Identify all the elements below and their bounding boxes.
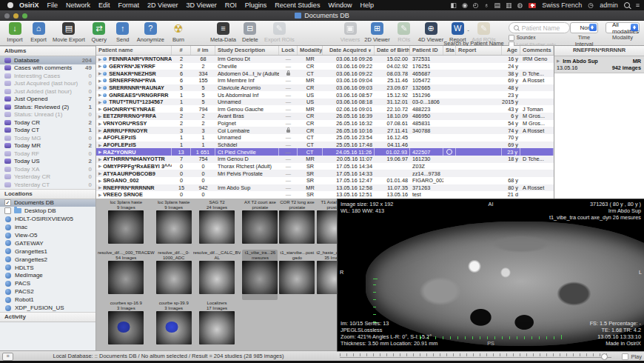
table-row[interactable]: ▶GHONRRY*EYNRAE8794Irm Genou Gauche—MR02…: [96, 105, 554, 113]
sidebar-album-just-acquired-last-hour[interactable]: Just Acquired (last hour)0: [0, 80, 95, 88]
series-thumbnail-loc-3plans-haste[interactable]: loc 3plans haste9 Images: [156, 199, 192, 250]
table-row[interactable]: ▶SRNERFRNH*RVA6155Irm Membre Inf—MR03.06…: [96, 77, 554, 84]
table-row[interactable]: ▶SRGANO_00200—SR17.05.16 12:4701.01.48FI…: [96, 177, 554, 184]
table-row[interactable]: ▶ARRRU*FRNOYR33Col LombaireCR26.05.16 10…: [96, 127, 554, 134]
column-header-age[interactable]: Age: [502, 46, 520, 55]
series-thumbnail-t1-vibe-tra-26-mesures[interactable]: t1_vibe_tra...26 mesures520 Images: [242, 250, 278, 300]
zoom-window-button[interactable]: [22, 13, 27, 19]
disclosure-triangle-icon[interactable]: ▶: [98, 179, 101, 183]
series-thumbnail-sag-t2[interactable]: SAG T224 Images: [193, 199, 241, 250]
thumbnail-image[interactable]: [199, 311, 235, 344]
sidebar-album-status-unread-1[interactable]: Status: Unread (1)0: [0, 111, 95, 119]
column-header-modality[interactable]: Modality: [298, 46, 323, 55]
sidebar-album-yesterday-cr[interactable]: Yesterday CR0: [0, 173, 95, 182]
disclosure-triangle-icon[interactable]: ▶: [98, 143, 101, 147]
column-header-date-acquired[interactable]: Date Acquired ∨: [323, 46, 375, 55]
patient-search-input[interactable]: Patient Name: [509, 22, 570, 33]
menu-item-network[interactable]: Network: [66, 1, 90, 9]
thumbnail-image[interactable]: [242, 261, 278, 294]
sidebar-album-just-opened[interactable]: Just Opened7: [0, 96, 95, 104]
sidebar-location-robot1[interactable]: Robot1: [0, 296, 95, 304]
toolbar-button-delete[interactable]: ⊟Delete: [241, 22, 260, 43]
disclosure-triangle-icon[interactable]: ▶: [98, 64, 101, 68]
clock-icon[interactable]: ◴: [473, 1, 479, 9]
disclosure-triangle-icon[interactable]: ▶: [98, 85, 101, 90]
thumbnail-image[interactable]: [156, 210, 192, 244]
minimize-window-button[interactable]: [13, 13, 19, 19]
series-thumbnail-resolve-dif-calc-bv-al[interactable]: resolve_dif..._CALC_BV AL18 Images: [193, 250, 241, 300]
table-row[interactable]: ▶TRUT*TRUT*123456715Unnamed—US03.06.16 0…: [96, 99, 554, 106]
sidebar-location-grangettes1[interactable]: Grangettes1: [0, 247, 95, 256]
toolbar-button-anonymize[interactable]: ?Anonymize: [137, 22, 164, 43]
table-row[interactable]: ▶SRERRNNR*RAUNAY55Clavicule Acromio—CR03…: [96, 84, 554, 92]
series-thumbnail-t2-haste-cor-mbh[interactable]: t2_haste_cor_mbh35 Images: [316, 250, 337, 300]
sidebar-location-grangettes2[interactable]: Grangettes2: [0, 256, 95, 264]
toolbar-button-export[interactable]: ⌂Export: [29, 22, 48, 43]
table-row[interactable]: ▶VREEO SRNOE00—SR13.05.16 12:5113.05.16t…: [96, 191, 554, 199]
study-panel-entry[interactable]: ▶Irm Abdo SupMR13.05.16942 images: [554, 56, 644, 73]
sidebar-album-database[interactable]: Database204: [0, 56, 95, 64]
sidebar-location-pacs2[interactable]: PACS2: [0, 287, 95, 296]
disclosure-triangle-icon[interactable]: ▶: [98, 100, 101, 104]
play-checkbox[interactable]: [622, 353, 628, 360]
menu-item-file[interactable]: File: [47, 1, 58, 9]
audio-icon[interactable]: ▤: [494, 1, 500, 9]
table-row[interactable]: ▶RNEFFRN*RRRNNR15942Irm Abdo Sup—MR13.05…: [96, 184, 554, 192]
column-header-patient-name[interactable]: Patient name: [96, 46, 172, 55]
table-row[interactable]: ▶SENAKR*NEZHSR6334Abdomen 04...t_iv (Adu…: [96, 70, 554, 77]
sidebar-album-cases-with-comments[interactable]: Cases with comments49: [0, 64, 95, 73]
table-row[interactable]: ▶OMtYPFPFg*RxAEBYl 3^^^00Thorax Rtchest …: [96, 163, 554, 170]
disclosure-triangle-icon[interactable]: ▶: [98, 185, 101, 190]
table-row[interactable]: ▶GNREAES*VRNGRFRR15Us Abdominal Inf—US03…: [96, 91, 554, 99]
sidebar-location-imac[interactable]: imac: [0, 223, 95, 231]
dicom-viewer[interactable]: Image size: 192 x 192 WL: 180 WW: 413 AI…: [337, 199, 644, 351]
disclosure-triangle-icon[interactable]: ▶: [98, 193, 101, 197]
window-title-bar[interactable]: Documents DB: [0, 10, 644, 21]
checkbox-icon[interactable]: [4, 207, 11, 214]
column-header-im[interactable]: # im: [191, 46, 215, 55]
toolbar-button-movie-export[interactable]: ▤Movie Export: [53, 22, 85, 43]
network-icon[interactable]: ♁: [484, 1, 489, 9]
menu-item-edit[interactable]: Edit: [98, 1, 110, 9]
sidebar-location-pacs[interactable]: PACS: [0, 279, 95, 287]
table-row[interactable]: ▶EETZRFRRNG*FRFA22Avant Bras—CR26.05.16 …: [96, 113, 554, 120]
sidebar-album-today-rf[interactable]: Today RF0: [0, 150, 95, 158]
disclosure-triangle-icon[interactable]: ▶: [557, 58, 560, 64]
keyboard-layout-label[interactable]: Swiss French: [542, 1, 582, 9]
menu-item-osirix[interactable]: OsiriX: [19, 1, 39, 9]
sidebar-album-today-cr[interactable]: Today CR2: [0, 119, 95, 127]
thumbnail-image[interactable]: [279, 261, 315, 294]
disclosure-triangle-icon[interactable]: ▶: [98, 128, 101, 133]
toolbar-button-query[interactable]: ⇄Query: [90, 22, 109, 43]
sidebar-toggle-button[interactable]: ≡: [2, 353, 13, 361]
series-thumbnail-cor-t2-long-axe-prostate[interactable]: COR T2 long axe prostate24 Images: [279, 199, 315, 250]
sidebar-album-today-ct[interactable]: Today CT1: [0, 127, 95, 135]
series-thumbnail-loc-3plans-haste[interactable]: loc 3plans haste9 Images: [98, 199, 155, 250]
thumbnail-image[interactable]: [199, 210, 235, 244]
column-header-comments[interactable]: Comments: [520, 46, 554, 55]
notification-center-icon[interactable]: ≡: [636, 1, 640, 9]
sidebar-album-yesterday-ct[interactable]: Yesterday CT0: [0, 181, 95, 189]
slider-thumb[interactable]: [601, 353, 608, 360]
table-row[interactable]: ▶GERYRN*JEYRRF22Cheville—CR03.06.16 09:2…: [96, 63, 554, 70]
series-thumbnail-t1-axial-co-e-prostate[interactable]: T1 Axial co...e prostate24 Images: [316, 199, 337, 250]
toolbar-button-export-rois[interactable]: ✎Export ROIs: [264, 22, 295, 43]
table-row[interactable]: ▶AYTHRRN*NHANYOTTR7754Irm Genou D—MR20.0…: [96, 156, 554, 163]
toolbar-button-2d-viewer[interactable]: ⊞2D Viewer: [364, 22, 389, 43]
sidebar-album-status-reviewed-2[interactable]: Status: Reviewed (2)1: [0, 103, 95, 111]
thumbnail-image[interactable]: [108, 261, 144, 294]
users-icon[interactable]: ◉: [462, 1, 468, 9]
time-interval-select[interactable]: None: [570, 22, 598, 33]
menu-item-recent-studies[interactable]: Recent Studies: [275, 1, 320, 9]
menu-item-3d-viewer[interactable]: 3D Viewer: [186, 1, 216, 9]
sidebar-album-interesting-cases[interactable]: Interesting Cases0: [0, 72, 95, 80]
table-row[interactable]: ▶AFOFLEPzIS11Schädel—CT25.05.16 17:4804.…: [96, 141, 554, 149]
series-thumbnail-localizers[interactable]: Localizers17 Images: [193, 300, 241, 350]
table-row[interactable]: ▶FENNRANR*VRNTONRA268Irm Genou Dt—MR03.0…: [96, 56, 554, 63]
series-thumbnail-resolve-dif-0-1000-adc[interactable]: resolve_dif..._0-1000_ADC18 Images: [156, 250, 192, 300]
user-menu-label[interactable]: admin: [600, 1, 618, 9]
close-window-button[interactable]: [4, 13, 10, 19]
sidebar-location-xdp-fusion-us[interactable]: XDP_FUSION_US: [0, 304, 95, 312]
sidebar-album-just-added-last-hour[interactable]: Just Added (last hour)0: [0, 87, 95, 96]
disclosure-triangle-icon[interactable]: ▶: [98, 114, 101, 119]
